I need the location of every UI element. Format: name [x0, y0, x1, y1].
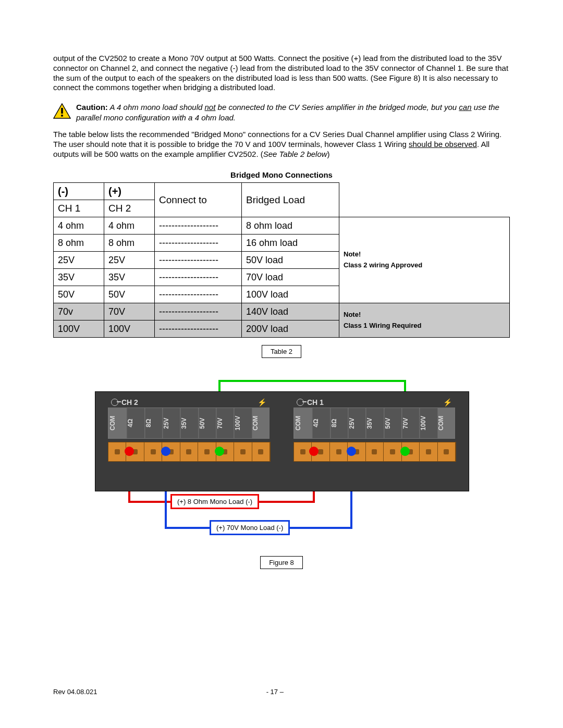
ch1-terminal-labels: COM4Ω8Ω25V35V50V70V100VCOM: [293, 408, 455, 439]
note-class2: Note!Class 2 wiring Approved: [339, 217, 510, 303]
ch2-terminal-labels: COM4Ω8Ω25V35V50V70V100VCOM: [108, 408, 270, 439]
table-intro-paragraph: The table below lists the recommended "B…: [53, 130, 510, 159]
bolt-icon: ⚡: [443, 398, 452, 406]
label-8ohm-mono-load: (+) 8 Ohm Mono Load (-): [170, 494, 259, 509]
table-title: Bridged Mono Connections: [53, 170, 510, 179]
amp-panel: CH 2⚡ COM4Ω8Ω25V35V50V70V100VCOM CH 1⚡ C…: [95, 391, 469, 491]
warning-triangle-icon: [53, 103, 71, 119]
figure-8: CH 2⚡ COM4Ω8Ω25V35V50V70V100VCOM CH 1⚡ C…: [53, 377, 510, 596]
intro-paragraph: output of the CV2502 to create a Mono 70…: [53, 54, 510, 93]
caution-block: Caution: A 4 ohm mono load should not be…: [53, 102, 510, 122]
revision-label: Rev 04.08.021: [53, 688, 97, 696]
table-row: 70v70V-------------------140V load Note!…: [54, 303, 510, 320]
label-70v-mono-load: (+) 70V Mono Load (-): [210, 520, 290, 535]
note-class1: Note!Class 1 Wiring Required: [339, 303, 510, 338]
table2-caption: Table 2: [262, 345, 301, 358]
ch2-label: CH 2: [121, 398, 138, 406]
figure8-caption: Figure 8: [260, 556, 303, 569]
page-footer: Rev 04.08.021 - 17 –: [53, 688, 510, 696]
ch1-label: CH 1: [307, 398, 324, 406]
bolt-icon: ⚡: [258, 398, 266, 406]
caution-text: Caution: A 4 ohm mono load should not be…: [76, 102, 510, 122]
bridged-mono-table: (-) (+) Connect to Bridged Load CH 1 CH …: [53, 182, 510, 338]
svg-rect-1: [61, 108, 63, 114]
svg-rect-2: [61, 115, 63, 117]
table-row: 4 ohm4 ohm-------------------8 ohm load …: [54, 217, 510, 235]
page-number: - 17 –: [97, 688, 452, 696]
